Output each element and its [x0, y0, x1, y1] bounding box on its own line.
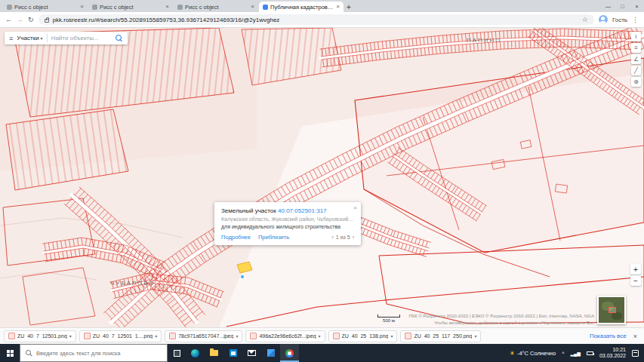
image-file-icon — [169, 333, 176, 339]
parcel-title-text: Земельный участок — [221, 207, 276, 214]
image-file-icon — [84, 333, 91, 339]
weather-widget[interactable]: ☀ -4°C Солнечно — [510, 350, 556, 357]
download-item[interactable]: ZU_40_25_117_250.png ▾ — [400, 330, 481, 342]
chevron-down-icon[interactable]: ▾ — [155, 333, 157, 339]
clock-time: 10:21 — [599, 347, 626, 353]
close-shelf-icon[interactable]: × — [633, 333, 637, 340]
popup-pager: ‹ 1 из 5 › — [332, 235, 354, 240]
tab-3[interactable]: Рисс с object × — [174, 2, 258, 12]
search-icon[interactable] — [116, 35, 123, 42]
download-item[interactable]: ZU_40_7_12501_1....png ▾ — [79, 330, 162, 342]
download-item[interactable]: ZU_40_25_138.png ▾ — [328, 330, 398, 342]
measure-button[interactable]: ∠ — [631, 54, 641, 64]
taskbar-search-input[interactable] — [36, 350, 162, 357]
start-button[interactable] — [0, 344, 20, 362]
chevron-down-icon[interactable]: ▾ — [474, 333, 476, 339]
bookmark-star-icon[interactable]: ☆ — [582, 16, 588, 23]
scale-bar-label: 500 м — [377, 318, 400, 323]
refresh-icon[interactable]: ↻ — [28, 16, 34, 23]
layers-icon: ≡ — [634, 44, 638, 51]
network-icon[interactable]: ▂▄▆ — [570, 351, 580, 356]
browser-tab-strip: Рисс с object × Рисс с object × Рисс с o… — [0, 0, 644, 12]
task-view-button[interactable] — [168, 344, 186, 362]
attribution-line-1: ПКК © Росреестр 2010-2022 | ЕЭКО © Росре… — [409, 313, 594, 319]
taskbar-search-box[interactable] — [20, 344, 168, 362]
photos-icon — [267, 349, 275, 357]
tab-favicon — [177, 5, 183, 10]
weather-text: -4°C Солнечно — [517, 350, 556, 357]
cadastral-map-canvas[interactable] — [0, 28, 644, 327]
overview-inset-map[interactable] — [597, 296, 626, 324]
popup-close-icon[interactable]: × — [353, 204, 357, 211]
action-center-icon[interactable] — [632, 350, 639, 357]
pager-prev-icon[interactable]: ‹ — [332, 235, 334, 240]
task-view-icon — [174, 350, 180, 357]
parcel-number-link[interactable]: 40:07:052501:317 — [278, 207, 327, 214]
taskbar-app-browser-active[interactable] — [280, 344, 299, 362]
tab-close-icon[interactable]: × — [251, 4, 254, 10]
store-icon — [230, 349, 237, 357]
draw-button[interactable]: ╱ — [631, 66, 641, 75]
image-file-icon — [8, 333, 15, 339]
measure-icon: ∠ — [633, 56, 639, 63]
parcel-usage: для индивидуального жилищного строительс… — [221, 224, 354, 229]
tab-cadastral-map[interactable]: Публичная кадастровая карта × — [259, 2, 344, 12]
taskbar-app-edge[interactable] — [186, 344, 205, 362]
forward-icon[interactable]: → — [17, 16, 23, 23]
chevron-down-icon[interactable]: ▾ — [319, 333, 321, 339]
tab-2[interactable]: Рисс с object × — [88, 2, 173, 12]
parcel-address: Калужская область, Жуковский район, Чуба… — [221, 216, 354, 222]
back-icon[interactable]: ← — [5, 16, 12, 23]
layers-button[interactable]: ≡ — [631, 43, 641, 53]
downloads-shelf-actions: Показать все × — [590, 333, 640, 340]
tray-chevron-icon[interactable]: ^ — [562, 351, 564, 356]
browser-icon — [285, 349, 294, 357]
tab-close-icon[interactable]: × — [336, 4, 340, 10]
chevron-down-icon[interactable]: ▾ — [236, 333, 238, 339]
settings-button[interactable]: ⊕ — [631, 77, 641, 87]
download-item[interactable]: 496a22e96e6c62f...jpeg ▾ — [245, 330, 325, 342]
map-search-input[interactable] — [51, 35, 112, 41]
download-file-name: ZU_40_7_12501.png — [17, 333, 67, 339]
info-button[interactable]: i — [631, 32, 641, 41]
tab-close-icon[interactable]: × — [80, 4, 84, 10]
taskbar-app-explorer[interactable] — [205, 344, 223, 362]
taskbar-app-store[interactable] — [223, 344, 242, 362]
chevron-down-icon[interactable]: ▾ — [69, 333, 72, 339]
address-bar[interactable]: pkk.rosreestr.ru/#/search/55.20289155859… — [39, 14, 594, 25]
tab-1[interactable]: Рисс с object × — [3, 2, 88, 12]
download-file-name: ZU_40_25_138.png — [342, 333, 389, 339]
chevron-down-icon[interactable]: ▾ — [390, 333, 393, 339]
popup-footer: Подробнее Приблизить ‹ 1 из 5 › — [221, 234, 354, 241]
zoom-controls: + − — [630, 264, 641, 286]
pager-next-icon[interactable]: › — [353, 235, 354, 240]
profile-avatar[interactable] — [599, 15, 608, 24]
close-window-button[interactable]: × — [630, 0, 644, 12]
search-category-dropdown[interactable]: Участки ▾ — [17, 35, 42, 41]
taskbar-app-photos[interactable] — [261, 344, 280, 362]
download-item[interactable]: 78c971a6517047...jpeg ▾ — [165, 330, 242, 342]
tab-close-icon[interactable]: × — [165, 4, 169, 10]
browser-menu-icon[interactable]: ⋮ — [632, 16, 639, 23]
download-item[interactable]: ZU_40_7_12501.png ▾ — [4, 330, 76, 342]
tab-title: Рисс с object — [185, 4, 248, 11]
taskbar-clock[interactable]: 10:21 03.03.2022 — [599, 347, 626, 359]
taskbar-app-mail[interactable] — [242, 344, 261, 362]
show-all-downloads-button[interactable]: Показать все — [590, 333, 627, 339]
minimize-button[interactable]: — — [601, 0, 615, 12]
battery-icon[interactable] — [587, 351, 593, 355]
zoom-in-button[interactable]: + — [630, 264, 641, 275]
zoom-to-link[interactable]: Приблизить — [258, 234, 289, 241]
tab-favicon — [92, 5, 97, 10]
menu-icon[interactable]: ≡ — [9, 35, 13, 42]
inset-terrain — [612, 312, 622, 320]
url-text[interactable]: pkk.rosreestr.ru/#/search/55.20289155859… — [53, 17, 578, 23]
folder-icon — [210, 350, 218, 356]
image-file-icon — [333, 333, 340, 339]
settings-icon: ⊕ — [633, 78, 639, 85]
maximize-button[interactable]: □ — [615, 0, 630, 12]
tab-title: Публичная кадастровая карта — [270, 4, 334, 11]
details-link[interactable]: Подробнее — [221, 234, 251, 241]
zoom-out-button[interactable]: − — [630, 275, 641, 286]
new-tab-button[interactable]: + — [344, 2, 354, 12]
